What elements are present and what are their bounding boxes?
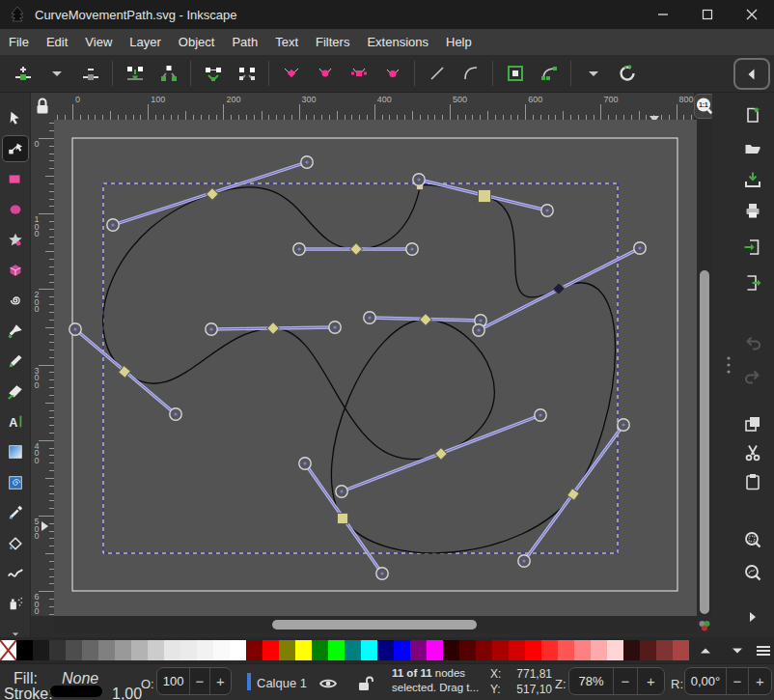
menu-extensions[interactable]: Extensions xyxy=(358,30,437,54)
swatch-1[interactable] xyxy=(16,640,33,660)
horizontal-scrollbar-thumb[interactable] xyxy=(272,620,477,630)
transform-rotate-button[interactable] xyxy=(610,58,644,89)
ellipse-tool[interactable] xyxy=(3,197,28,222)
stroke-to-path-button[interactable] xyxy=(532,58,566,89)
node-symmetric-button[interactable] xyxy=(342,58,375,89)
swatch-5[interactable] xyxy=(82,640,98,660)
layer-lock-toggle[interactable] xyxy=(355,674,374,697)
swatch-17[interactable] xyxy=(279,640,295,660)
zoom-value[interactable]: 78% xyxy=(569,674,613,688)
text-tool[interactable]: A xyxy=(3,409,28,434)
swatch-18[interactable] xyxy=(295,640,312,660)
swatch-none[interactable] xyxy=(0,640,16,660)
lock-rulers-toggle[interactable] xyxy=(31,93,54,120)
tweak-tool[interactable] xyxy=(3,561,28,586)
swatch-26[interactable] xyxy=(427,640,443,660)
redo-button[interactable] xyxy=(742,366,763,387)
swatch-39[interactable] xyxy=(640,640,656,660)
zoom-increase-button[interactable]: + xyxy=(637,668,664,694)
bezier-path[interactable] xyxy=(103,185,616,553)
palette-scroll-up-button[interactable] xyxy=(695,640,716,661)
save-button[interactable] xyxy=(742,169,763,190)
duplicate-button[interactable] xyxy=(742,413,763,434)
color-managed-display-toggle[interactable] xyxy=(695,616,714,635)
layer-visibility-toggle[interactable] xyxy=(318,674,338,697)
rotation-decrease-button[interactable]: − xyxy=(726,668,748,694)
menu-path[interactable]: Path xyxy=(223,30,266,54)
dropdown-button[interactable] xyxy=(576,58,610,89)
path-node[interactable] xyxy=(267,322,280,335)
open-button[interactable] xyxy=(742,137,763,158)
node-auto-button[interactable] xyxy=(375,58,409,89)
swatch-10[interactable] xyxy=(164,640,180,660)
bucket-tool[interactable] xyxy=(3,531,28,556)
palette-menu-button[interactable] xyxy=(753,640,774,661)
vertical-ruler[interactable]: 0100200300400500600 xyxy=(31,120,54,616)
pencil-tool[interactable] xyxy=(3,349,28,374)
paste-button[interactable] xyxy=(742,471,763,492)
rotation-value[interactable]: 0,00° xyxy=(685,674,726,688)
path-node[interactable] xyxy=(338,514,348,524)
zoom-selection-button[interactable] xyxy=(742,529,763,550)
swatch-7[interactable] xyxy=(115,640,131,660)
more-button[interactable] xyxy=(742,606,763,628)
swatch-3[interactable] xyxy=(49,640,66,660)
opacity-spinner[interactable]: 100 − + xyxy=(156,667,232,695)
canvas[interactable] xyxy=(54,120,697,616)
cut-button[interactable] xyxy=(742,442,763,463)
swatch-9[interactable] xyxy=(148,640,164,660)
zoom-decrease-button[interactable]: − xyxy=(613,668,637,694)
swatch-33[interactable] xyxy=(541,640,558,660)
swatch-12[interactable] xyxy=(197,640,213,660)
rotation-spinner[interactable]: 0,00° − + xyxy=(684,667,772,695)
path-node[interactable] xyxy=(435,448,448,461)
collapse-dock-button[interactable] xyxy=(733,58,770,90)
swatch-22[interactable] xyxy=(361,640,377,660)
menu-view[interactable]: View xyxy=(76,30,121,54)
opacity-increase-button[interactable]: + xyxy=(209,668,231,694)
swatch-37[interactable] xyxy=(607,640,623,660)
swatch-19[interactable] xyxy=(312,640,328,660)
swatch-35[interactable] xyxy=(574,640,591,660)
swatch-2[interactable] xyxy=(33,640,49,660)
menu-edit[interactable]: Edit xyxy=(38,30,76,54)
swatch-13[interactable] xyxy=(213,640,230,660)
menu-filters[interactable]: Filters xyxy=(307,30,358,54)
palette-scroll-down-button[interactable] xyxy=(727,640,748,661)
opacity-value[interactable]: 100 xyxy=(157,674,189,688)
swatch-23[interactable] xyxy=(377,640,394,660)
swatch-41[interactable] xyxy=(673,640,689,660)
rectangle-tool[interactable] xyxy=(3,167,28,192)
swatch-36[interactable] xyxy=(591,640,607,660)
swatch-38[interactable] xyxy=(623,640,640,660)
swatch-29[interactable] xyxy=(476,640,492,660)
zoom-spinner[interactable]: 78% − + xyxy=(568,667,665,695)
print-button[interactable] xyxy=(742,200,763,221)
swatch-25[interactable] xyxy=(410,640,427,660)
box3d-tool[interactable] xyxy=(3,258,28,283)
path-node[interactable] xyxy=(479,190,491,203)
vertical-scrollbar-thumb[interactable] xyxy=(700,270,709,614)
spray-tool[interactable] xyxy=(3,591,28,616)
dropper-tool[interactable] xyxy=(3,500,28,525)
menu-file[interactable]: File xyxy=(0,30,38,54)
calligraphy-tool[interactable] xyxy=(3,379,28,405)
swatch-32[interactable] xyxy=(525,640,541,660)
swatch-14[interactable] xyxy=(230,640,246,660)
dock-resize-handle[interactable] xyxy=(712,93,732,639)
menu-layer[interactable]: Layer xyxy=(121,30,170,54)
swatch-28[interactable] xyxy=(459,640,476,660)
spiral-tool[interactable] xyxy=(3,288,28,313)
swatch-27[interactable] xyxy=(443,640,459,660)
swatch-15[interactable] xyxy=(246,640,263,660)
menu-help[interactable]: Help xyxy=(437,30,481,54)
object-to-path-button[interactable] xyxy=(498,58,532,89)
swatch-34[interactable] xyxy=(558,640,574,660)
star-tool[interactable] xyxy=(3,228,28,253)
node-corner-button[interactable] xyxy=(274,58,308,89)
swatch-40[interactable] xyxy=(656,640,673,660)
segment-curve-button[interactable] xyxy=(454,58,487,89)
delete-node-button[interactable] xyxy=(73,58,107,89)
swatch-30[interactable] xyxy=(492,640,509,660)
menu-text[interactable]: Text xyxy=(266,30,307,54)
